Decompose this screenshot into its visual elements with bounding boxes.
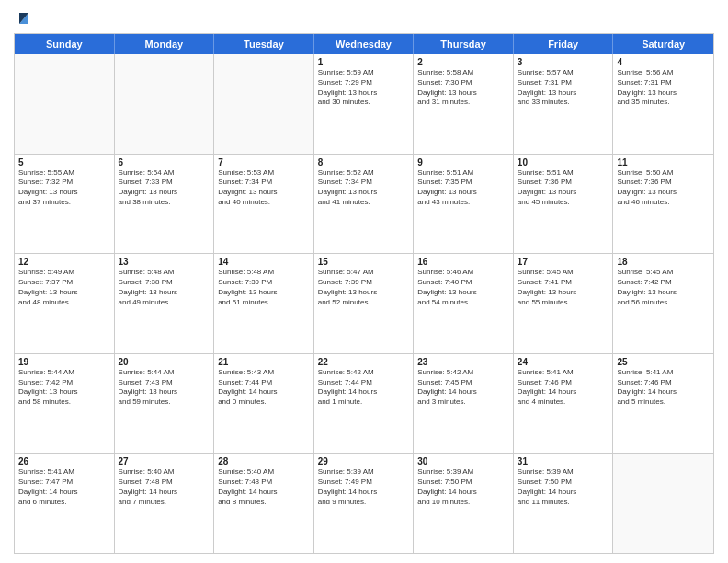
cell-info-line: Daylight: 13 hours	[218, 288, 310, 298]
day-cell-1: 1Sunrise: 5:59 AMSunset: 7:29 PMDaylight…	[314, 54, 415, 154]
cell-info-line: Daylight: 13 hours	[119, 288, 210, 298]
cell-info-line: Daylight: 13 hours	[218, 188, 310, 198]
cell-info-line: Sunrise: 5:40 AM	[119, 467, 210, 477]
day-number: 22	[318, 357, 410, 367]
cell-info-line: Sunset: 7:39 PM	[218, 278, 310, 288]
cell-info-line: and 9 minutes.	[318, 498, 410, 508]
empty-cell	[115, 54, 215, 154]
day-cell-9: 9Sunrise: 5:51 AMSunset: 7:35 PMDaylight…	[414, 155, 514, 254]
day-cell-27: 27Sunrise: 5:40 AMSunset: 7:48 PMDayligh…	[115, 454, 215, 553]
cell-info-line: Daylight: 13 hours	[18, 188, 110, 198]
cell-info-line: Daylight: 14 hours	[218, 387, 310, 397]
cell-info-line: Sunrise: 5:39 AM	[318, 467, 410, 477]
day-cell-25: 25Sunrise: 5:41 AMSunset: 7:46 PMDayligh…	[613, 354, 713, 454]
cell-info-line: and 6 minutes.	[18, 498, 110, 508]
day-cell-26: 26Sunrise: 5:41 AMSunset: 7:47 PMDayligh…	[15, 454, 115, 553]
cell-info-line: and 31 minutes.	[417, 98, 509, 108]
day-cell-18: 18Sunrise: 5:45 AMSunset: 7:42 PMDayligh…	[613, 254, 713, 353]
day-number: 12	[18, 257, 110, 267]
day-cell-4: 4Sunrise: 5:56 AMSunset: 7:31 PMDaylight…	[613, 54, 713, 154]
cell-info-line: Daylight: 14 hours	[417, 488, 509, 498]
day-cell-20: 20Sunrise: 5:44 AMSunset: 7:43 PMDayligh…	[115, 354, 215, 454]
day-cell-11: 11Sunrise: 5:50 AMSunset: 7:36 PMDayligh…	[613, 155, 713, 254]
weekday-header-thursday: Thursday	[414, 34, 514, 54]
calendar-header: SundayMondayTuesdayWednesdayThursdayFrid…	[15, 34, 713, 54]
cell-info-line: and 52 minutes.	[318, 298, 410, 308]
cell-info-line: Sunset: 7:37 PM	[18, 278, 110, 288]
day-number: 26	[18, 456, 110, 466]
cell-info-line: and 56 minutes.	[617, 298, 710, 308]
cell-info-line: and 1 minute.	[318, 397, 410, 408]
cell-info-line: Sunrise: 5:44 AM	[18, 368, 110, 378]
cell-info-line: Daylight: 14 hours	[218, 488, 310, 498]
day-number: 2	[417, 57, 509, 67]
cell-info-line: and 38 minutes.	[119, 198, 210, 208]
cell-info-line: Daylight: 13 hours	[318, 88, 410, 98]
cell-info-line: and 5 minutes.	[617, 397, 710, 408]
weekday-header-monday: Monday	[115, 34, 215, 54]
cell-info-line: and 45 minutes.	[518, 198, 609, 208]
day-cell-6: 6Sunrise: 5:54 AMSunset: 7:33 PMDaylight…	[115, 155, 215, 254]
day-number: 29	[318, 456, 410, 466]
cell-info-line: and 10 minutes.	[417, 498, 509, 508]
cell-info-line: Sunset: 7:50 PM	[518, 477, 609, 488]
week-row-3: 12Sunrise: 5:49 AMSunset: 7:37 PMDayligh…	[15, 254, 713, 354]
cell-info-line: Sunset: 7:35 PM	[417, 178, 509, 188]
cell-info-line: and 11 minutes.	[518, 498, 609, 508]
day-cell-15: 15Sunrise: 5:47 AMSunset: 7:39 PMDayligh…	[314, 254, 415, 353]
page: SundayMondayTuesdayWednesdayThursdayFrid…	[0, 0, 728, 563]
cell-info-line: Sunrise: 5:45 AM	[617, 268, 710, 278]
cell-info-line: and 40 minutes.	[218, 198, 310, 208]
cell-info-line: Sunset: 7:36 PM	[518, 178, 609, 188]
cell-info-line: Daylight: 13 hours	[417, 88, 509, 98]
day-number: 14	[218, 257, 310, 267]
cell-info-line: Sunset: 7:42 PM	[617, 278, 710, 288]
cell-info-line: Sunset: 7:50 PM	[417, 477, 509, 488]
cell-info-line: Sunrise: 5:48 AM	[218, 268, 310, 278]
cell-info-line: Daylight: 14 hours	[518, 387, 609, 397]
cell-info-line: Sunrise: 5:55 AM	[18, 168, 110, 178]
cell-info-line: Sunset: 7:30 PM	[417, 78, 509, 88]
cell-info-line: Daylight: 13 hours	[119, 188, 210, 198]
day-number: 5	[18, 157, 110, 167]
day-number: 19	[18, 357, 110, 367]
day-cell-7: 7Sunrise: 5:53 AMSunset: 7:34 PMDaylight…	[214, 155, 314, 254]
cell-info-line: Sunset: 7:33 PM	[119, 178, 210, 188]
cell-info-line: Daylight: 13 hours	[318, 188, 410, 198]
cell-info-line: and 0 minutes.	[218, 397, 310, 408]
day-cell-12: 12Sunrise: 5:49 AMSunset: 7:37 PMDayligh…	[15, 254, 115, 353]
cell-info-line: Sunset: 7:48 PM	[218, 477, 310, 488]
day-number: 11	[617, 157, 710, 167]
cell-info-line: Daylight: 13 hours	[18, 387, 110, 397]
cell-info-line: and 55 minutes.	[518, 298, 609, 308]
day-number: 24	[518, 357, 609, 367]
day-cell-10: 10Sunrise: 5:51 AMSunset: 7:36 PMDayligh…	[514, 155, 614, 254]
cell-info-line: Sunrise: 5:54 AM	[119, 168, 210, 178]
day-number: 9	[417, 157, 509, 167]
day-cell-21: 21Sunrise: 5:43 AMSunset: 7:44 PMDayligh…	[214, 354, 314, 454]
day-cell-28: 28Sunrise: 5:40 AMSunset: 7:48 PMDayligh…	[214, 454, 314, 553]
cell-info-line: and 41 minutes.	[318, 198, 410, 208]
cell-info-line: Daylight: 13 hours	[417, 288, 509, 298]
cell-info-line: and 35 minutes.	[617, 98, 710, 108]
cell-info-line: Sunrise: 5:42 AM	[417, 368, 509, 378]
day-number: 23	[417, 357, 509, 367]
day-number: 16	[417, 257, 509, 267]
day-cell-5: 5Sunrise: 5:55 AMSunset: 7:32 PMDaylight…	[15, 155, 115, 254]
day-cell-3: 3Sunrise: 5:57 AMSunset: 7:31 PMDaylight…	[514, 54, 614, 154]
day-number: 28	[218, 456, 310, 466]
cell-info-line: Sunrise: 5:39 AM	[518, 467, 609, 477]
cell-info-line: Sunset: 7:46 PM	[518, 378, 609, 388]
cell-info-line: and 30 minutes.	[318, 98, 410, 108]
day-number: 30	[417, 456, 509, 466]
cell-info-line: and 48 minutes.	[18, 298, 110, 308]
day-number: 18	[617, 257, 710, 267]
day-cell-29: 29Sunrise: 5:39 AMSunset: 7:49 PMDayligh…	[314, 454, 415, 553]
cell-info-line: Daylight: 13 hours	[518, 88, 609, 98]
empty-cell	[15, 54, 115, 154]
cell-info-line: Sunrise: 5:46 AM	[417, 268, 509, 278]
week-row-1: 1Sunrise: 5:59 AMSunset: 7:29 PMDaylight…	[15, 54, 713, 155]
day-number: 21	[218, 357, 310, 367]
cell-info-line: and 4 minutes.	[518, 397, 609, 408]
cell-info-line: Sunrise: 5:58 AM	[417, 68, 509, 78]
